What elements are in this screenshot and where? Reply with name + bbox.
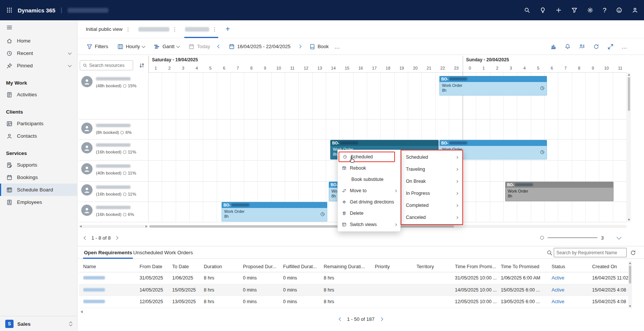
submenu-item-canceled[interactable]: Canceled — [401, 211, 462, 223]
sidebar-item-activities[interactable]: Activities — [0, 88, 77, 101]
hourly-view-dropdown[interactable]: Hourly — [114, 41, 148, 53]
next-period-icon[interactable] — [298, 45, 302, 49]
table-scroll-left-icon[interactable] — [80, 310, 83, 313]
booking-block-gray[interactable]: BO- Work Order8h — [505, 182, 614, 201]
column-header-created-on[interactable]: Created On — [592, 264, 628, 269]
sidebar-item-schedule-board[interactable]: Schedule Board — [0, 184, 77, 196]
booking-block[interactable]: BO- Work Order8h — [439, 76, 547, 96]
view-tab-redacted-2-selected[interactable]: ⋮ — [183, 20, 220, 38]
alerts-bell-icon[interactable] — [564, 43, 571, 50]
resource-row[interactable]: (40h booked)11% — [81, 163, 136, 175]
gantt-dropdown[interactable]: Gantt — [150, 41, 183, 53]
chevron-down-icon[interactable] — [68, 51, 72, 55]
submenu-item-in-progress[interactable]: In Progress — [401, 187, 462, 199]
book-button[interactable]: Book — [305, 41, 332, 53]
table-vertical-scrollbar[interactable] — [628, 261, 632, 308]
resource-search-input[interactable] — [89, 63, 127, 68]
pager-prev-icon[interactable] — [84, 236, 88, 240]
requirement-search-input[interactable] — [556, 250, 624, 255]
tab-open-requirements[interactable]: Open Requirements — [83, 246, 133, 259]
more-commands-icon[interactable]: … — [334, 43, 340, 50]
menu-item-book-substitute[interactable]: Book substitute — [338, 174, 400, 185]
view-tab-initial-public[interactable]: Initial public view ⋮ — [84, 20, 133, 38]
expand-icon[interactable] — [607, 43, 614, 50]
more-icon[interactable]: … — [621, 43, 627, 50]
column-header-fulfilled-duration[interactable]: Fulfilled Durat... — [283, 264, 324, 269]
add-tab-icon[interactable]: + — [223, 25, 233, 33]
column-header-priority[interactable]: Priority — [375, 264, 416, 269]
sidebar-item-bookings[interactable]: Bookings — [0, 171, 77, 184]
submenu-item-scheduled[interactable]: Scheduled — [401, 151, 462, 163]
refresh-icon[interactable] — [630, 249, 636, 256]
pager-next-icon[interactable] — [115, 236, 118, 240]
sidebar-item-pinned[interactable]: Pinned — [0, 59, 77, 72]
feedback-icon[interactable] — [616, 7, 622, 14]
requirement-name-link[interactable] — [83, 275, 140, 281]
sort-icon[interactable] — [138, 62, 145, 68]
resource-hscrollbar[interactable] — [79, 225, 148, 228]
zoom-slider-track[interactable] — [548, 237, 597, 238]
resource-row[interactable]: (16h booked)6% — [81, 205, 134, 217]
column-header-time-from-promised[interactable]: Time From Promi... — [455, 264, 501, 269]
tab-menu-icon[interactable]: ⋮ — [172, 26, 178, 32]
sidebar-item-recent[interactable]: Recent — [0, 47, 77, 59]
column-header-time-to-promised[interactable]: Time To Promised — [501, 264, 551, 269]
hamburger-icon[interactable] — [6, 24, 12, 31]
collapse-panel-icon[interactable] — [617, 235, 621, 240]
resource-row[interactable]: (16h booked)11% — [81, 184, 136, 196]
menu-item-switch-views[interactable]: Switch views — [338, 219, 400, 230]
vertical-scrollbar[interactable] — [627, 73, 631, 222]
column-header-duration[interactable]: Duration — [204, 264, 243, 269]
scroll-down-icon[interactable] — [628, 219, 630, 221]
resource-row[interactable]: (16h booked)11% — [81, 142, 136, 154]
requirement-name-link[interactable] — [83, 287, 140, 293]
area-switcher[interactable]: S Sales — [0, 316, 77, 328]
column-header-remaining-duration[interactable]: Remaining Durati... — [324, 264, 375, 269]
sidebar-item-participants[interactable]: Participants — [0, 117, 77, 130]
sidebar-item-contacts[interactable]: Contacts — [0, 130, 77, 142]
submenu-item-on-break[interactable]: On Break — [401, 175, 462, 187]
today-button[interactable]: Today — [185, 41, 214, 53]
tab-menu-icon[interactable]: ⋮ — [126, 26, 131, 32]
refresh-icon[interactable] — [593, 43, 599, 50]
page-prev-icon[interactable] — [339, 317, 342, 321]
resource-search[interactable] — [80, 60, 133, 70]
chevron-down-icon[interactable] — [68, 63, 72, 67]
legend-icon[interactable] — [550, 43, 556, 50]
waffle-icon[interactable] — [6, 7, 12, 14]
resource-row[interactable]: (8h booked)6% — [81, 123, 132, 135]
booking-block[interactable]: BO- Work Order8h — [222, 202, 327, 222]
menu-item-rebook[interactable]: Rebook — [338, 162, 400, 174]
tab-menu-icon[interactable]: ⋮ — [212, 26, 217, 32]
submenu-item-traveling[interactable]: Traveling — [401, 163, 462, 175]
column-header-proposed-duration[interactable]: Proposed Dur... — [243, 264, 283, 269]
scroll-left-icon[interactable] — [80, 225, 82, 228]
add-icon[interactable] — [556, 7, 562, 14]
column-header-name[interactable]: Name — [83, 264, 140, 269]
settings-gear-icon[interactable] — [587, 7, 594, 14]
zoom-slider-knob[interactable] — [540, 236, 544, 240]
lightbulb-icon[interactable] — [540, 7, 546, 14]
table-row[interactable]: 12/05/2025 13/05/2025 8 hrs 0 mins 0 min… — [79, 296, 628, 308]
sidebar-item-supports[interactable]: Supports — [0, 159, 77, 171]
search-icon[interactable] — [524, 7, 530, 14]
column-header-from-date[interactable]: From Date — [140, 264, 172, 269]
requirement-name-link[interactable] — [83, 299, 140, 304]
prev-period-icon[interactable] — [217, 45, 221, 49]
scroll-right-icon[interactable] — [146, 225, 147, 228]
column-header-territory[interactable]: Territory — [416, 264, 455, 269]
help-icon[interactable]: ? — [603, 7, 606, 14]
menu-item-scheduled[interactable]: Scheduled — [339, 152, 395, 162]
requirement-search[interactable] — [554, 248, 627, 257]
resource-requirements-icon[interactable] — [579, 43, 585, 50]
submenu-item-completed[interactable]: Completed — [401, 199, 462, 211]
date-range-picker[interactable]: 16/04/2025 - 22/04/2025 — [225, 41, 294, 53]
menu-item-delete[interactable]: Delete — [338, 208, 400, 219]
account-icon[interactable] — [632, 7, 638, 14]
table-row[interactable]: 14/05/2025 15/05/2025 8 hrs 0 mins 0 min… — [79, 284, 628, 296]
menu-item-move-to[interactable]: Move to — [338, 185, 400, 196]
search-icon[interactable] — [546, 249, 553, 256]
menu-item-get-driving-directions[interactable]: Get driving directions — [338, 196, 400, 208]
sidebar-item-employees[interactable]: Employees — [0, 196, 77, 208]
scroll-up-icon[interactable] — [628, 74, 630, 76]
